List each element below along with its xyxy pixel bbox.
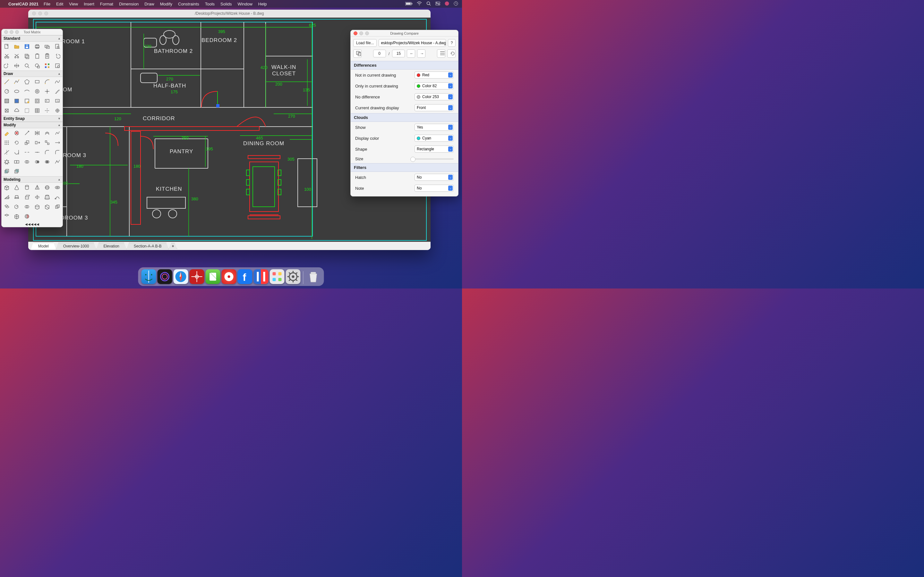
macos-dock[interactable]: f [138,268,324,286]
subtract-icon[interactable] [32,157,42,167]
clouds-show-select[interactable]: Yes⌄ [415,124,454,131]
sweep-icon[interactable] [52,192,63,202]
section-standard[interactable]: Standard▲ [2,35,63,42]
extrude-icon[interactable] [22,192,32,202]
zoom-window-icon[interactable] [32,61,42,71]
explode-icon[interactable] [2,157,12,167]
pan-icon[interactable] [12,61,22,71]
window-titlebar[interactable]: /Desktop/Projects/Witzek House - B.dwg [28,10,431,18]
boundary-icon[interactable] [32,96,42,106]
polysolid-icon[interactable] [12,192,22,202]
section-icon[interactable] [42,202,53,211]
3dface-icon[interactable] [2,211,12,221]
compare-swap-icon[interactable] [353,49,362,58]
cloud-icon[interactable] [12,106,22,115]
tab-add[interactable]: + [168,243,177,249]
compare-file-path[interactable]: esktop/Projects/Witzek House - A.dwg [379,39,446,47]
app-name[interactable]: CorelCAD 2021 [8,2,39,6]
menu-constraints[interactable]: Constraints [178,2,199,6]
erase-icon[interactable] [2,128,12,138]
cylinder-icon[interactable] [22,183,32,192]
menu-solids[interactable]: Solids [220,2,232,6]
stairs-icon[interactable] [52,87,63,96]
compare-list-icon[interactable] [437,49,445,58]
menu-window[interactable]: Window [238,2,252,6]
section-entity-snap[interactable]: Entity Snap▼ [2,115,63,122]
toolmatrix-titlebar[interactable]: Tool Matrix [2,29,63,35]
scale-icon[interactable] [22,138,32,147]
text-icon[interactable]: Aa [52,96,63,106]
batch-print-icon[interactable] [42,42,53,51]
compare-help-button[interactable]: ? [448,39,456,47]
rectangle-icon[interactable] [32,77,42,87]
slice-icon[interactable] [32,202,42,211]
control-center-icon[interactable] [435,2,440,6]
tab-section[interactable]: Section-A-A B-B [126,243,169,250]
draworder-front-icon[interactable] [2,167,12,176]
revolve-icon[interactable] [32,192,42,202]
section-modify[interactable]: Modify▲ [2,122,63,128]
donut-icon[interactable] [32,87,42,96]
clouds-size-slider[interactable] [410,158,454,160]
diff-next-button[interactable]: → [417,49,425,58]
cut-alt-icon[interactable] [12,51,22,61]
matchprops-icon[interactable] [42,61,53,71]
sketch-icon[interactable] [52,128,63,138]
point-icon[interactable] [42,87,53,96]
zoom-extents-icon[interactable] [22,61,32,71]
open-icon[interactable] [12,42,22,51]
dock-notes-icon[interactable] [206,269,220,284]
clouds-shape-select[interactable]: Rectangle⌄ [415,145,454,153]
window-traffic-lights[interactable] [32,11,48,15]
dock-facebook-icon[interactable]: f [238,269,252,284]
intersect-icon[interactable] [42,157,53,167]
dock-parallels-icon[interactable] [254,269,268,284]
not-in-color-select[interactable]: Red⌄ [415,71,454,79]
extend-icon[interactable] [12,147,22,157]
dock-music-icon[interactable] [222,269,236,284]
mask-icon[interactable] [22,106,32,115]
mirror-icon[interactable] [32,128,42,138]
polyline-icon[interactable] [12,77,22,87]
preview-icon[interactable] [52,42,63,51]
weld-icon[interactable] [22,157,32,167]
section-draw[interactable]: Draw▲ [2,71,63,77]
centermark-icon[interactable] [52,106,63,115]
rotate-icon[interactable] [12,138,22,147]
user-menu-icon[interactable] [445,1,449,7]
dock-launchpad-icon[interactable] [270,269,284,284]
clipboard-icon[interactable] [42,51,53,61]
drawing-compare-panel[interactable]: Drawing Compare Load file... esktop/Proj… [351,30,459,197]
dock-trash-icon[interactable] [306,269,321,284]
break-icon[interactable] [22,147,32,157]
load-file-button[interactable]: Load file... [353,39,376,47]
region-icon[interactable] [22,96,32,106]
save-icon[interactable] [22,42,32,51]
menu-modify[interactable]: Modify [160,2,172,6]
stretch-icon[interactable] [32,138,42,147]
ellipse-icon[interactable] [12,87,22,96]
menu-tools[interactable]: Tools [205,2,215,6]
tool-matrix-panel[interactable]: Tool Matrix Standard▲ Draw▲ [1,29,63,227]
block-icon[interactable] [2,106,12,115]
line-icon[interactable] [2,77,12,87]
redo-icon[interactable] [2,61,12,71]
battery-icon[interactable] [405,2,412,6]
thicken-icon[interactable] [22,211,32,221]
offset-icon[interactable] [42,128,53,138]
menu-view[interactable]: View [69,2,78,6]
interfere-icon[interactable] [52,202,63,211]
menu-insert[interactable]: Insert [84,2,94,6]
diff-index-current[interactable]: 0 [373,50,386,57]
menu-dimension[interactable]: Dimension [119,2,139,6]
dock-siri-icon[interactable] [158,269,172,284]
mesh-icon[interactable] [12,211,22,221]
tab-model[interactable]: Model [31,243,56,250]
arc-icon[interactable] [42,77,53,87]
copy-icon[interactable] [22,51,32,61]
intersect3d-icon[interactable] [22,202,32,211]
cone-icon[interactable] [12,183,22,192]
join-icon[interactable] [32,147,42,157]
only-in-color-select[interactable]: Color 82⌄ [415,82,454,89]
filter-note-select[interactable]: No⌄ [415,185,454,192]
